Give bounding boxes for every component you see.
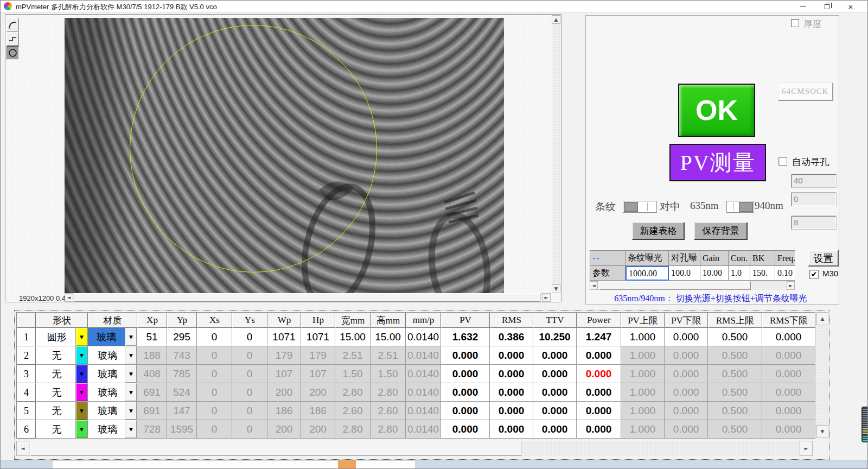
minimize-button[interactable] bbox=[794, 1, 812, 12]
value-cell[interactable]: 0.000 bbox=[665, 383, 708, 402]
value-cell[interactable]: 0 bbox=[232, 365, 267, 383]
value-cell[interactable]: 0.000 bbox=[533, 383, 577, 402]
value-cell[interactable]: 186 bbox=[301, 402, 335, 420]
value-cell[interactable]: 1.50 bbox=[335, 365, 371, 383]
value-cell[interactable]: 1071 bbox=[301, 328, 335, 346]
row-number-cell[interactable]: 2 bbox=[17, 346, 36, 365]
value-cell[interactable]: 0 bbox=[232, 346, 267, 365]
value-cell[interactable]: 1.000 bbox=[621, 346, 665, 365]
count-input[interactable]: 8 bbox=[791, 216, 837, 230]
value-cell[interactable]: 107 bbox=[267, 365, 301, 383]
value-cell[interactable]: 0.000 bbox=[762, 328, 815, 346]
value-cell[interactable]: 0 bbox=[197, 346, 232, 365]
value-cell[interactable]: 0.000 bbox=[533, 402, 577, 420]
value-cell[interactable]: 0.386 bbox=[490, 328, 533, 346]
save-background-button[interactable]: 保存背景 bbox=[694, 222, 748, 240]
viewer-hscroll-thumb[interactable] bbox=[74, 293, 540, 302]
value-cell[interactable]: 0.000 bbox=[533, 420, 577, 439]
value-cell[interactable]: 0.000 bbox=[665, 402, 708, 420]
pv-measure-button[interactable]: PV测量 bbox=[669, 144, 766, 181]
value-cell[interactable]: 107 bbox=[301, 365, 335, 383]
value-cell[interactable]: 0.0140 bbox=[406, 328, 441, 346]
shape-cell[interactable]: 无▼ bbox=[36, 402, 88, 420]
value-cell[interactable]: 179 bbox=[301, 346, 335, 365]
material-dropdown[interactable]: ▼ bbox=[125, 346, 137, 364]
value-cell[interactable]: 2.80 bbox=[371, 383, 406, 402]
value-cell[interactable]: 0.000 bbox=[762, 346, 815, 365]
value-cell[interactable]: 0.500 bbox=[708, 365, 762, 383]
settings-button[interactable]: 设置 bbox=[808, 250, 839, 267]
value-cell[interactable]: 1.50 bbox=[371, 365, 406, 383]
value-cell[interactable]: 0 bbox=[197, 383, 232, 402]
value-cell[interactable]: 0.000 bbox=[762, 365, 815, 383]
value-cell[interactable]: 691 bbox=[137, 383, 167, 402]
restore-button[interactable] bbox=[818, 1, 836, 12]
value-cell[interactable]: 10.250 bbox=[533, 328, 577, 346]
shape-cell[interactable]: 无▼ bbox=[36, 346, 88, 365]
m30-checkbox[interactable]: ✔ bbox=[809, 270, 819, 279]
material-dropdown[interactable]: ▼ bbox=[125, 383, 137, 401]
row-number-cell[interactable]: 6 bbox=[17, 420, 36, 439]
value-cell[interactable]: 147 bbox=[167, 402, 197, 420]
value-cell[interactable]: 0.000 bbox=[490, 420, 533, 439]
value-cell[interactable]: 2.80 bbox=[335, 383, 371, 402]
ok-button[interactable]: OK bbox=[678, 84, 755, 137]
value-cell[interactable]: 524 bbox=[167, 383, 197, 402]
value-cell[interactable]: 0 bbox=[197, 420, 232, 439]
param-value-cell[interactable]: 10.00 bbox=[700, 266, 729, 281]
shape-cell[interactable]: 无▼ bbox=[36, 365, 88, 383]
value-cell[interactable]: 2.51 bbox=[335, 346, 371, 365]
value-cell[interactable]: 0.000 bbox=[490, 402, 533, 420]
line-tool-button[interactable] bbox=[7, 32, 19, 46]
param-value-cell[interactable]: 100.0 bbox=[669, 266, 700, 281]
value-cell[interactable]: 2.60 bbox=[335, 402, 371, 420]
scroll-right-arrow-icon[interactable]: ► bbox=[787, 281, 795, 290]
value-cell[interactable]: 0.000 bbox=[533, 365, 577, 383]
value-cell[interactable]: 728 bbox=[137, 420, 167, 439]
value-cell[interactable]: 0.0140 bbox=[406, 365, 441, 383]
value-cell[interactable]: 1.247 bbox=[577, 328, 621, 346]
taskbar-app-tile[interactable] bbox=[338, 460, 356, 469]
value-cell[interactable]: 51 bbox=[137, 328, 167, 346]
arc-tool-button[interactable] bbox=[7, 18, 19, 31]
value-cell[interactable]: 0.000 bbox=[577, 402, 621, 420]
material-dropdown[interactable]: ▼ bbox=[125, 402, 137, 420]
exposure-input[interactable]: 40 bbox=[791, 174, 837, 188]
value-cell[interactable]: 0 bbox=[232, 420, 267, 439]
value-cell[interactable]: 0 bbox=[197, 365, 232, 383]
value-cell[interactable]: 2.60 bbox=[371, 402, 406, 420]
param-value-cell[interactable]: 1000.00 bbox=[626, 266, 669, 281]
material-cell[interactable]: 玻璃▼ bbox=[88, 383, 137, 402]
value-cell[interactable]: 691 bbox=[137, 402, 167, 420]
value-cell[interactable]: 0.000 bbox=[441, 402, 490, 420]
value-cell[interactable]: 1.632 bbox=[441, 328, 490, 346]
scroll-right-arrow-icon[interactable]: ► bbox=[800, 441, 813, 456]
row-number-cell[interactable]: 5 bbox=[17, 402, 36, 420]
value-cell[interactable]: 0.000 bbox=[577, 346, 621, 365]
material-cell[interactable]: 玻璃▼ bbox=[88, 420, 137, 439]
value-cell[interactable]: 179 bbox=[267, 346, 301, 365]
value-cell[interactable]: 200 bbox=[267, 420, 301, 439]
value-cell[interactable]: 0.000 bbox=[577, 383, 621, 402]
value-cell[interactable]: 0.500 bbox=[708, 420, 762, 439]
shape-dropdown[interactable]: ▼ bbox=[75, 420, 87, 438]
value-cell[interactable]: 188 bbox=[137, 346, 167, 365]
value-cell[interactable]: 0.000 bbox=[533, 346, 577, 365]
toggle-thumb[interactable] bbox=[739, 202, 753, 212]
value-cell[interactable]: 0.0140 bbox=[406, 383, 441, 402]
value-cell[interactable]: 0.500 bbox=[708, 383, 762, 402]
value-cell[interactable]: 200 bbox=[267, 383, 301, 402]
value-cell[interactable]: 408 bbox=[137, 365, 167, 383]
close-button[interactable]: × bbox=[841, 1, 860, 12]
scroll-down-arrow-icon[interactable]: ▼ bbox=[816, 425, 828, 438]
value-cell[interactable]: 0.500 bbox=[708, 402, 762, 420]
offset-input[interactable]: 0 bbox=[791, 192, 837, 206]
shape-dropdown[interactable]: ▼ bbox=[75, 383, 87, 401]
value-cell[interactable]: 0.500 bbox=[708, 328, 762, 346]
row-number-cell[interactable]: 4 bbox=[17, 383, 36, 402]
value-cell[interactable]: 2.51 bbox=[371, 346, 406, 365]
value-cell[interactable]: 0.0140 bbox=[406, 420, 441, 439]
value-cell[interactable]: 0 bbox=[232, 402, 267, 420]
value-cell[interactable]: 0.000 bbox=[762, 420, 815, 439]
value-cell[interactable]: 200 bbox=[301, 383, 335, 402]
